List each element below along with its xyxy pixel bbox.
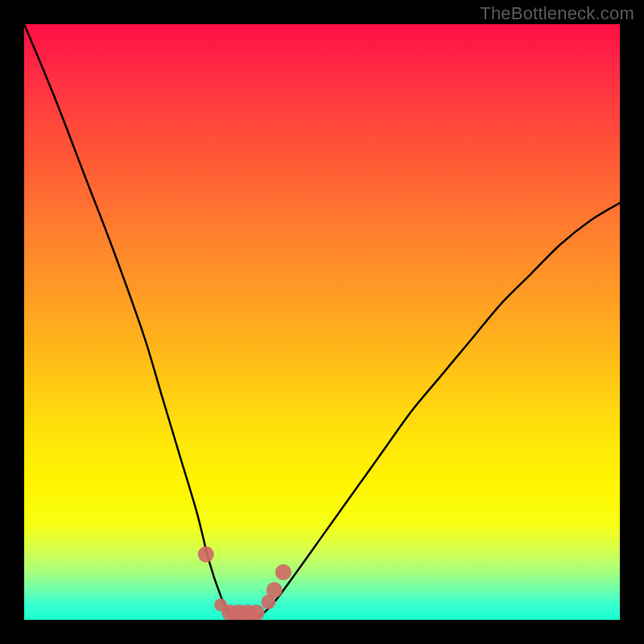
highlight-dot xyxy=(275,564,291,580)
curve-line xyxy=(24,24,620,620)
chart-frame xyxy=(24,24,620,620)
watermark-text: TheBottleneck.com xyxy=(480,3,634,24)
highlight-dot xyxy=(266,582,283,598)
highlight-dot xyxy=(198,547,214,563)
chart-svg xyxy=(24,24,620,620)
bottleneck-curve xyxy=(24,24,620,620)
highlight-dots xyxy=(198,547,291,620)
